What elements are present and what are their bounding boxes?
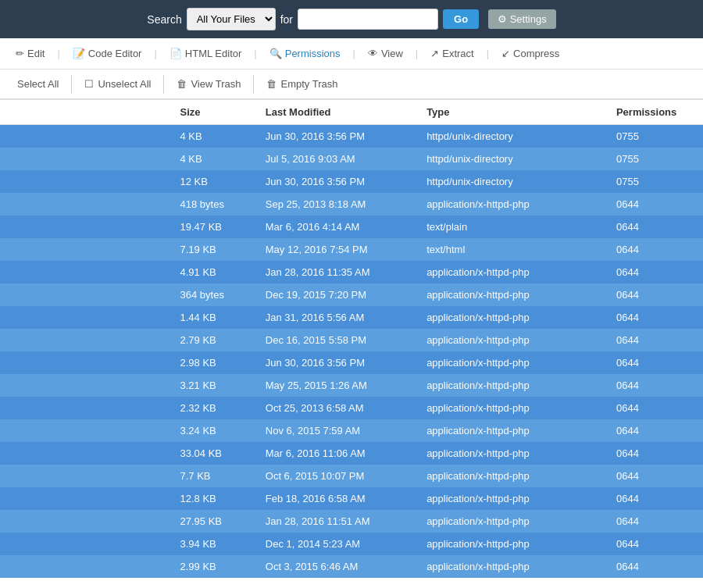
table-row[interactable]: 2.79 KBDec 16, 2015 5:58 PMapplication/x… xyxy=(0,329,703,351)
table-row[interactable]: 4 KBJun 30, 2016 3:56 PMhttpd/unix-direc… xyxy=(0,125,703,148)
cell-size: 19.47 KB xyxy=(171,216,256,238)
cell-size: 3.94 KB xyxy=(171,533,256,555)
permissions-button[interactable]: 🔍 Permissions xyxy=(262,45,348,62)
cell-modified: Mar 6, 2016 4:14 AM xyxy=(256,216,417,238)
cell-type: application/x-httpd-php xyxy=(417,510,607,533)
table-row[interactable]: 418 bytesSep 25, 2013 8:18 AMapplication… xyxy=(0,193,703,216)
cell-filename xyxy=(0,374,171,397)
cell-modified: May 25, 2015 1:26 AM xyxy=(256,374,417,397)
cell-type: application/x-httpd-php xyxy=(417,533,607,555)
cell-type: application/x-httpd-php xyxy=(417,397,607,419)
table-row[interactable]: 3.21 KBMay 25, 2015 1:26 AMapplication/x… xyxy=(0,374,703,397)
go-button[interactable]: Go xyxy=(443,9,479,29)
cell-size: 418 bytes xyxy=(171,193,256,216)
table-row[interactable]: 19.47 KBMar 6, 2016 4:14 AMtext/plain064… xyxy=(0,216,703,238)
cell-size: 2.98 KB xyxy=(171,351,256,374)
cell-filename xyxy=(0,487,171,510)
cell-permissions: 0644 xyxy=(607,216,703,238)
cell-type: application/x-httpd-php xyxy=(417,465,607,487)
table-row[interactable]: 2.99 KBOct 3, 2015 6:46 AMapplication/x-… xyxy=(0,555,703,578)
cell-type: application/x-httpd-php xyxy=(417,351,607,374)
cell-filename xyxy=(0,283,171,306)
cell-filename xyxy=(0,306,171,329)
search-bar: Search All Your Files File Name Content … xyxy=(0,0,703,38)
cell-filename xyxy=(0,193,171,216)
cell-type: httpd/unix-directory xyxy=(417,170,607,193)
cell-size: 3.24 KB xyxy=(171,419,256,442)
cell-size: 33.04 KB xyxy=(171,442,256,465)
edit-button[interactable]: ✏ Edit xyxy=(8,45,52,62)
sep3: | xyxy=(254,48,256,59)
table-row[interactable]: 7.19 KBMay 12, 2016 7:54 PMtext/html0644 xyxy=(0,238,703,261)
search-input[interactable] xyxy=(298,9,438,30)
table-row[interactable]: 7.7 KBOct 6, 2015 10:07 PMapplication/x-… xyxy=(0,465,703,487)
sep5: | xyxy=(416,48,418,59)
table-row[interactable]: 12.8 KBFeb 18, 2016 6:58 AMapplication/x… xyxy=(0,487,703,510)
table-row[interactable]: 3.24 KBNov 6, 2015 7:59 AMapplication/x-… xyxy=(0,419,703,442)
cell-modified: Oct 6, 2015 10:07 PM xyxy=(256,465,417,487)
cell-filename xyxy=(0,442,171,465)
cell-size: 12.8 KB xyxy=(171,487,256,510)
settings-button[interactable]: ⚙ Settings xyxy=(488,9,556,29)
cell-filename xyxy=(0,329,171,351)
html-editor-button[interactable]: 📄 HTML Editor xyxy=(162,45,249,62)
cell-filename xyxy=(0,533,171,555)
empty-trash-button[interactable]: 🗑 Empty Trash xyxy=(257,74,347,94)
search-dropdown[interactable]: All Your Files File Name Content xyxy=(187,8,276,30)
cell-permissions: 0644 xyxy=(607,261,703,283)
cell-modified: Jun 30, 2016 3:56 PM xyxy=(256,170,417,193)
view-trash-button[interactable]: 🗑 View Trash xyxy=(167,74,250,94)
cell-filename xyxy=(0,125,171,148)
sep6: | xyxy=(487,48,489,59)
permissions-icon: 🔍 xyxy=(269,48,282,59)
cell-filename xyxy=(0,170,171,193)
sep1: | xyxy=(57,48,59,59)
cell-type: application/x-httpd-php xyxy=(417,283,607,306)
cell-filename xyxy=(0,465,171,487)
table-row[interactable]: 33.04 KBMar 6, 2016 11:06 AMapplication/… xyxy=(0,442,703,465)
cell-modified: Oct 3, 2015 6:46 AM xyxy=(256,555,417,578)
table-row[interactable]: 4.91 KBJan 28, 2016 11:35 AMapplication/… xyxy=(0,261,703,283)
table-row[interactable]: 12 KBJun 30, 2016 3:56 PMhttpd/unix-dire… xyxy=(0,170,703,193)
extract-button[interactable]: ↗ Extract xyxy=(423,45,481,62)
cell-size: 364 bytes xyxy=(171,283,256,306)
cell-filename xyxy=(0,216,171,238)
table-row[interactable]: 27.95 KBJan 28, 2016 11:51 AMapplication… xyxy=(0,510,703,533)
cell-type: application/x-httpd-php xyxy=(417,261,607,283)
col-header-size: Size xyxy=(171,100,256,125)
cell-filename xyxy=(0,555,171,578)
cell-permissions: 0755 xyxy=(607,148,703,170)
edit-icon: ✏ xyxy=(16,48,24,59)
empty-trash-icon: 🗑 xyxy=(266,78,277,90)
cell-modified: Jan 28, 2016 11:35 AM xyxy=(256,261,417,283)
cell-modified: Mar 6, 2016 11:06 AM xyxy=(256,442,417,465)
select-all-label: Select All xyxy=(17,78,59,90)
view-button[interactable]: 👁 View xyxy=(360,45,411,62)
compress-button[interactable]: ↙ Compress xyxy=(494,45,567,62)
table-row[interactable]: 364 bytesDec 19, 2015 7:20 PMapplication… xyxy=(0,283,703,306)
cell-permissions: 0644 xyxy=(607,465,703,487)
cell-size: 12 KB xyxy=(171,170,256,193)
cell-size: 2.79 KB xyxy=(171,329,256,351)
table-row[interactable]: 4 KBJul 5, 2016 9:03 AMhttpd/unix-direct… xyxy=(0,148,703,170)
unselect-all-button[interactable]: ☐ Unselect All xyxy=(75,74,160,94)
table-row[interactable]: 2.32 KBOct 25, 2013 6:58 AMapplication/x… xyxy=(0,397,703,419)
table-row[interactable]: 2.98 KBJun 30, 2016 3:56 PMapplication/x… xyxy=(0,351,703,374)
cell-type: application/x-httpd-php xyxy=(417,306,607,329)
code-editor-button[interactable]: 📝 Code Editor xyxy=(65,45,150,62)
cell-permissions: 0644 xyxy=(607,329,703,351)
table-row[interactable]: 3.94 KBDec 1, 2014 5:23 AMapplication/x-… xyxy=(0,533,703,555)
cell-type: text/plain xyxy=(417,216,607,238)
cell-filename xyxy=(0,397,171,419)
for-label: for xyxy=(280,13,293,26)
cell-modified: Oct 25, 2013 6:58 AM xyxy=(256,397,417,419)
toolbar: ✏ Edit | 📝 Code Editor | 📄 HTML Editor |… xyxy=(0,38,703,69)
cell-modified: Dec 1, 2014 5:23 AM xyxy=(256,533,417,555)
cell-filename xyxy=(0,238,171,261)
table-row[interactable]: 1.44 KBJan 31, 2016 5:56 AMapplication/x… xyxy=(0,306,703,329)
cell-permissions: 0644 xyxy=(607,193,703,216)
cell-type: application/x-httpd-php xyxy=(417,487,607,510)
cell-size: 27.95 KB xyxy=(171,510,256,533)
select-all-button[interactable]: Select All xyxy=(8,74,68,94)
html-editor-icon: 📄 xyxy=(170,48,182,59)
